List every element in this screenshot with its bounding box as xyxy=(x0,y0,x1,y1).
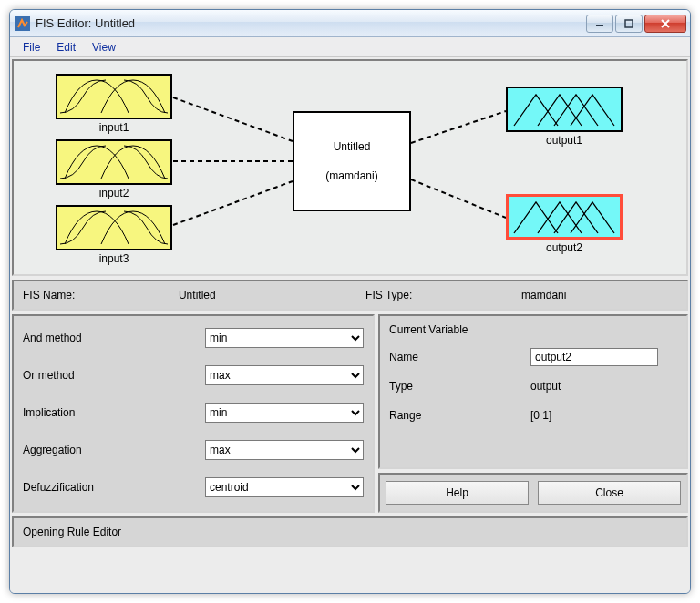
status-panel: Opening Rule Editor xyxy=(12,516,688,547)
status-text: Opening Rule Editor xyxy=(23,526,121,538)
close-window-button[interactable] xyxy=(644,15,686,33)
canvas-panel: input1 input2 xyxy=(12,59,688,276)
methods-panel: And method min Or method max Implication… xyxy=(12,314,375,513)
rule-name: Untitled xyxy=(334,140,371,153)
curvar-name-field[interactable] xyxy=(530,348,658,366)
curvar-type-label: Type xyxy=(389,380,530,393)
defuzzification-label: Defuzzification xyxy=(23,481,205,494)
middle-row: And method min Or method max Implication… xyxy=(12,314,688,513)
svg-line-5 xyxy=(173,97,293,141)
app-icon xyxy=(15,16,30,31)
client-area: input1 input2 xyxy=(10,57,690,593)
fis-type-label: FIS Type: xyxy=(365,289,521,302)
app-window: FIS Editor: Untitled File Edit View xyxy=(9,9,691,594)
svg-line-8 xyxy=(411,111,506,143)
curvar-range-label: Range xyxy=(389,409,530,422)
rule-type: (mamdani) xyxy=(325,169,377,182)
close-button[interactable]: Close xyxy=(538,481,681,505)
and-method-select[interactable]: min xyxy=(205,328,364,348)
output-block-1[interactable]: output1 xyxy=(506,87,623,147)
or-method-label: Or method xyxy=(23,369,205,382)
menu-view[interactable]: View xyxy=(85,39,123,56)
menu-edit[interactable]: Edit xyxy=(49,39,83,56)
maximize-button[interactable] xyxy=(615,15,643,33)
curvar-name-label: Name xyxy=(389,351,530,363)
curvar-range-value: [0 1] xyxy=(530,409,677,422)
menu-bar: File Edit View xyxy=(10,37,690,57)
aggregation-select[interactable]: max xyxy=(205,440,364,460)
output2-label: output2 xyxy=(506,241,623,254)
fis-type-value: mamdani xyxy=(521,289,677,302)
svg-line-9 xyxy=(411,179,506,218)
rule-box[interactable]: Untitled (mamdani) xyxy=(293,111,411,211)
fis-name-value: Untitled xyxy=(179,289,335,302)
aggregation-label: Aggregation xyxy=(23,444,205,456)
buttons-panel: Help Close xyxy=(378,473,688,513)
input-block-3[interactable]: input3 xyxy=(56,205,172,265)
output-block-2[interactable]: output2 xyxy=(506,194,623,254)
titlebar: FIS Editor: Untitled xyxy=(10,10,690,37)
output1-label: output1 xyxy=(506,134,623,147)
input-block-2[interactable]: input2 xyxy=(56,139,172,199)
fis-name-label: FIS Name: xyxy=(23,289,179,302)
window-controls xyxy=(586,15,686,33)
minimize-button[interactable] xyxy=(586,15,613,33)
current-variable-heading: Current Variable xyxy=(389,323,677,336)
curvar-type-value: output xyxy=(530,380,677,393)
implication-select[interactable]: min xyxy=(205,403,364,423)
defuzzification-select[interactable]: centroid xyxy=(205,477,364,497)
window-title: FIS Editor: Untitled xyxy=(36,16,586,30)
input3-label: input3 xyxy=(56,252,172,265)
current-variable-panel: Current Variable Name Type output Range … xyxy=(378,314,688,469)
or-method-select[interactable]: max xyxy=(205,365,364,385)
svg-line-7 xyxy=(173,181,293,225)
input1-label: input1 xyxy=(56,121,172,134)
implication-label: Implication xyxy=(23,406,205,419)
help-button[interactable]: Help xyxy=(386,481,529,505)
input-block-1[interactable]: input1 xyxy=(56,74,172,134)
svg-rect-2 xyxy=(625,20,633,27)
menu-file[interactable]: File xyxy=(15,39,47,56)
right-column: Current Variable Name Type output Range … xyxy=(378,314,688,513)
and-method-label: And method xyxy=(23,332,205,344)
input2-label: input2 xyxy=(56,187,172,199)
info-panel: FIS Name: Untitled FIS Type: mamdani xyxy=(12,280,688,311)
